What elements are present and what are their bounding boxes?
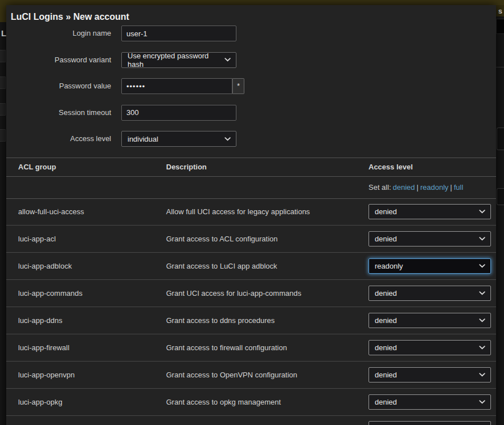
chevron-down-icon <box>225 58 231 62</box>
acl-access-select[interactable]: denied <box>369 340 491 355</box>
set-all-readonly-link[interactable]: readonly <box>420 183 448 192</box>
access-level-select[interactable]: individual <box>121 131 236 147</box>
set-all-controls: Set all:denied|readonly|full <box>351 183 496 192</box>
acl-table-row: luci-app-commandsGrant UCI access for lu… <box>6 280 496 307</box>
acl-access-cell: denied <box>351 231 496 246</box>
separator: | <box>450 183 452 192</box>
chevron-down-icon <box>479 237 485 241</box>
acl-group-cell: luci-app-commands <box>6 289 154 298</box>
background-ui-fragment <box>0 76 6 89</box>
acl-description-cell: Grant access to firewall configuration <box>154 343 351 352</box>
background-ui-fragment <box>497 128 504 150</box>
acl-group-cell: luci-app-openvpn <box>6 371 154 379</box>
session-timeout-input[interactable] <box>121 105 236 121</box>
acl-access-select[interactable]: denied <box>369 394 491 410</box>
acl-table-row: allow-full-uci-accessAllow full UCI acce… <box>6 199 496 226</box>
acl-group-cell: luci-app-ddns <box>6 316 154 325</box>
acl-description-cell: Grant UCI access for luci-app-commands <box>154 289 351 298</box>
acl-group-cell: luci-app-firewall <box>6 343 154 352</box>
field-label: Access level <box>6 131 111 147</box>
acl-table-row: luci-app-aclGrant access to ACL configur… <box>6 226 496 253</box>
background-text-fragment: s <box>498 7 502 15</box>
acl-access-select[interactable]: denied <box>369 367 491 382</box>
separator: | <box>417 183 418 192</box>
chevron-down-icon <box>225 137 231 141</box>
new-account-dialog: LuCI Logins » New account Login namePass… <box>6 5 496 425</box>
account-form: Login namePassword variantUse encrypted … <box>6 22 496 158</box>
field-label: Password value <box>6 78 111 94</box>
column-header-acl-group: ACL group <box>6 163 154 171</box>
background-ui-fragment <box>0 103 6 116</box>
field-label: Login name <box>6 26 111 41</box>
page-header-bar <box>0 0 504 5</box>
dialog-title: LuCI Logins » New account <box>6 5 496 22</box>
acl-group-cell: luci-app-adblock <box>6 262 154 270</box>
acl-group-cell: luci-app-opkg <box>6 398 154 406</box>
acl-access-cell: readonly <box>351 258 496 274</box>
page-header-bar-left <box>0 5 6 22</box>
password-value-group: * <box>121 78 244 94</box>
acl-access-cell: denied <box>351 286 496 301</box>
background-ui-fragment <box>0 129 6 142</box>
password-reveal-button[interactable]: * <box>232 78 244 94</box>
acl-access-cell: denied <box>351 204 496 219</box>
field-label: Password variant <box>6 52 111 68</box>
acl-access-select[interactable]: readonly <box>369 258 491 274</box>
acl-table: ACL group Description Access level Set a… <box>6 158 496 425</box>
acl-access-select[interactable]: denied <box>369 313 491 328</box>
acl-table-body: allow-full-uci-accessAllow full UCI acce… <box>6 199 496 425</box>
chevron-down-icon <box>479 264 485 268</box>
form-row: Access levelindividual <box>6 131 496 158</box>
acl-table-row: luci-app-ddnsGrant access to ddns proced… <box>6 307 496 334</box>
acl-table-row: luci-app-adblockGrant access to LuCI app… <box>6 253 496 280</box>
form-row: Password variantUse encrypted password h… <box>6 52 496 79</box>
acl-access-cell: denied <box>351 394 496 410</box>
chevron-down-icon <box>479 318 485 322</box>
form-row: Login name <box>6 26 496 52</box>
field-label: Session timeout <box>6 105 111 121</box>
acl-description-cell: Allow full UCI access for legacy applica… <box>154 207 351 216</box>
chevron-down-icon <box>479 291 485 295</box>
chevron-down-icon <box>479 346 485 350</box>
acl-group-cell: allow-full-uci-access <box>6 207 154 216</box>
form-row: Session timeout <box>6 105 496 131</box>
chevron-down-icon <box>479 373 485 377</box>
acl-table-header: ACL group Description Access level <box>6 158 496 177</box>
acl-access-select[interactable] <box>369 421 491 425</box>
acl-access-select[interactable]: denied <box>369 286 491 301</box>
set-all-full-link[interactable]: full <box>454 183 463 192</box>
chevron-down-icon <box>479 400 485 404</box>
acl-table-row <box>6 416 496 425</box>
background-ui-fragment <box>496 19 504 34</box>
background-ui-fragment <box>0 50 6 62</box>
password-variant-select[interactable]: Use encrypted password hash <box>121 52 236 68</box>
set-all-label: Set all: <box>369 183 391 192</box>
screen: s L LuCI Logins » New account Login name… <box>0 0 504 425</box>
acl-description-cell: Grant access to LuCI app adblock <box>154 262 351 270</box>
acl-access-select[interactable]: denied <box>369 231 491 246</box>
acl-description-cell: Grant access to ACL configuration <box>154 235 351 243</box>
set-all-denied-link[interactable]: denied <box>393 183 415 192</box>
acl-description-cell: Grant access to OpenVPN configuration <box>154 371 351 379</box>
acl-table-row: luci-app-openvpnGrant access to OpenVPN … <box>6 362 496 389</box>
acl-access-select[interactable]: denied <box>369 204 491 219</box>
background-ui-fragment <box>497 188 504 205</box>
acl-description-cell: Grant access to opkg management <box>154 398 351 406</box>
chevron-down-icon <box>479 210 485 214</box>
acl-access-cell: denied <box>351 340 496 355</box>
acl-group-cell: luci-app-acl <box>6 235 154 243</box>
background-text-fragment: L <box>1 28 6 38</box>
column-header-description: Description <box>154 163 351 171</box>
acl-description-cell: Grant access to ddns procedures <box>154 316 351 325</box>
acl-table-row: luci-app-firewallGrant access to firewal… <box>6 334 496 362</box>
acl-access-cell: denied <box>351 313 496 328</box>
background-ui-fragment <box>496 67 504 67</box>
set-all-row: Set all:denied|readonly|full <box>6 177 496 199</box>
column-header-access-level: Access level <box>351 163 496 171</box>
password-value-input[interactable] <box>121 78 232 94</box>
acl-access-cell: denied <box>351 367 496 382</box>
acl-table-row: luci-app-opkgGrant access to opkg manage… <box>6 389 496 416</box>
acl-access-cell <box>351 421 496 425</box>
form-row: Password value* <box>6 78 496 105</box>
login-name-input[interactable] <box>121 26 236 41</box>
